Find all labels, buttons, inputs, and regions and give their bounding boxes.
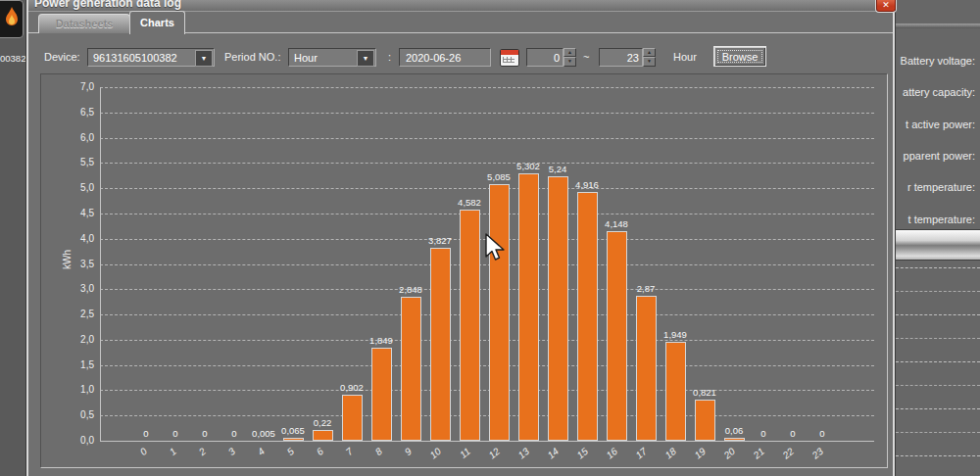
bar-value-label: 0: [798, 428, 847, 439]
calendar-icon[interactable]: [500, 49, 519, 67]
range-tilde: ~: [583, 51, 589, 63]
device-combobox[interactable]: 96131605100382 ▼: [87, 48, 215, 67]
y-tick-label: 6,5: [55, 107, 94, 118]
x-tick-label: 22: [766, 446, 796, 473]
x-tick-label: 13: [502, 446, 531, 473]
x-tick-label: 19: [678, 446, 708, 473]
x-tick-label: 0: [120, 446, 149, 473]
x-tick-label: 16: [590, 446, 619, 473]
x-tick-label: 17: [619, 446, 649, 473]
bar: [518, 173, 539, 441]
background-gridline: [896, 432, 980, 433]
date-separator: :: [388, 51, 391, 63]
bar: [548, 176, 568, 441]
y-tick-label: 2,0: [55, 334, 94, 345]
y-tick-label: 1,0: [55, 384, 94, 395]
x-tick-label: 3: [208, 446, 237, 473]
background-label: Battery voltage:: [901, 55, 975, 69]
bar: [283, 438, 304, 441]
hour-unit-label: Hour: [673, 51, 697, 63]
background-device-id: 00382: [0, 53, 25, 65]
chevron-down-icon[interactable]: ▼: [195, 50, 213, 67]
spin-up-icon[interactable]: ▲: [643, 48, 656, 57]
background-gridline: [896, 338, 980, 339]
background-divider: [894, 24, 980, 28]
bar-value-label: 4,582: [445, 197, 494, 208]
y-tick-label: 3,0: [55, 283, 94, 294]
tab-datasheets[interactable]: Datasheets: [38, 14, 130, 33]
hour-to-value: 23: [627, 52, 642, 64]
bar: [313, 430, 333, 441]
x-tick-label: 6: [296, 446, 325, 473]
period-combobox[interactable]: Hour ▼: [288, 48, 376, 67]
y-tick-label: 4,0: [55, 233, 94, 244]
background-metal-button[interactable]: [894, 229, 980, 261]
device-label: Device:: [44, 51, 80, 63]
window-title: Power generation data log: [34, 0, 181, 10]
period-value: Hour: [289, 52, 318, 64]
focus-rect: [717, 50, 762, 63]
bar: [430, 248, 451, 441]
y-tick-label: 7,0: [55, 81, 94, 92]
background-gridline: [896, 291, 980, 292]
x-tick-label: 9: [384, 446, 414, 473]
bar-value-label: 4,916: [563, 179, 612, 190]
hour-to-input[interactable]: 23: [599, 48, 643, 67]
app-flame-icon: [0, 0, 24, 38]
y-tick-label: 2,5: [55, 309, 94, 319]
bar-value-label: 3,827: [416, 235, 465, 246]
bar: [489, 184, 510, 441]
spin-up-icon[interactable]: ▲: [564, 48, 576, 57]
gridline: [100, 113, 874, 114]
spin-down-icon[interactable]: ▼: [643, 57, 656, 67]
background-label: t active power:: [906, 119, 975, 132]
bar-value-label: 1,849: [357, 335, 406, 346]
x-tick-label: 11: [443, 446, 472, 473]
background-left-strip: 00382: [0, 0, 26, 476]
background-label: t temperature:: [908, 214, 975, 227]
gridline: [100, 87, 874, 88]
gridline: [100, 188, 874, 189]
background-gridline: [896, 314, 980, 315]
bar-value-label: 2,87: [621, 283, 670, 294]
gridline: [100, 289, 874, 290]
bar-value-label: 0,22: [298, 417, 347, 428]
bar-value-label: 0,902: [327, 382, 376, 393]
x-axis-line: [100, 441, 874, 442]
gridline: [100, 163, 874, 164]
date-field[interactable]: 2020-06-26: [399, 48, 491, 67]
x-tick-label: 4: [237, 446, 267, 473]
chevron-down-icon[interactable]: ▼: [357, 50, 374, 67]
bar-value-label: 5,24: [533, 164, 582, 174]
x-tick-label: 18: [649, 446, 678, 473]
x-tick-label: 15: [561, 446, 590, 473]
background-gridline: [896, 267, 980, 268]
device-value: 96131605100382: [88, 52, 177, 64]
mouse-cursor: [484, 233, 506, 264]
y-tick-label: 4,5: [55, 208, 94, 218]
y-axis-line: [100, 87, 101, 441]
power-generation-dialog: Power generation data log ✕ Datasheets C…: [25, 0, 896, 476]
close-icon[interactable]: ✕: [876, 0, 896, 12]
hour-from-value: 0: [554, 52, 563, 64]
hour-from-input[interactable]: 0: [526, 48, 564, 67]
bar-value-label: 0,821: [680, 387, 729, 398]
bar: [460, 210, 480, 441]
hour-from-spinner[interactable]: ▲ ▼: [564, 48, 576, 67]
background-gridline: [896, 385, 980, 386]
spin-down-icon[interactable]: ▼: [564, 57, 576, 67]
y-tick-label: 0,5: [55, 409, 94, 420]
tab-charts[interactable]: Charts: [129, 11, 185, 34]
y-tick-label: 5,5: [55, 157, 94, 167]
background-label: r temperature:: [907, 181, 975, 195]
x-tick-label: 14: [531, 446, 561, 473]
chart-panel: kWh 0,00,51,01,52,02,53,03,54,04,55,05,5…: [40, 73, 888, 468]
x-tick-label: 1: [149, 446, 178, 473]
hour-to-spinner[interactable]: ▲ ▼: [643, 48, 656, 67]
bar: [607, 231, 627, 441]
background-label: attery capacity:: [903, 86, 975, 100]
browse-button[interactable]: Browse: [713, 46, 766, 67]
x-tick-label: 20: [708, 446, 737, 473]
date-value: 2020-06-26: [400, 52, 461, 64]
bar: [401, 297, 421, 441]
